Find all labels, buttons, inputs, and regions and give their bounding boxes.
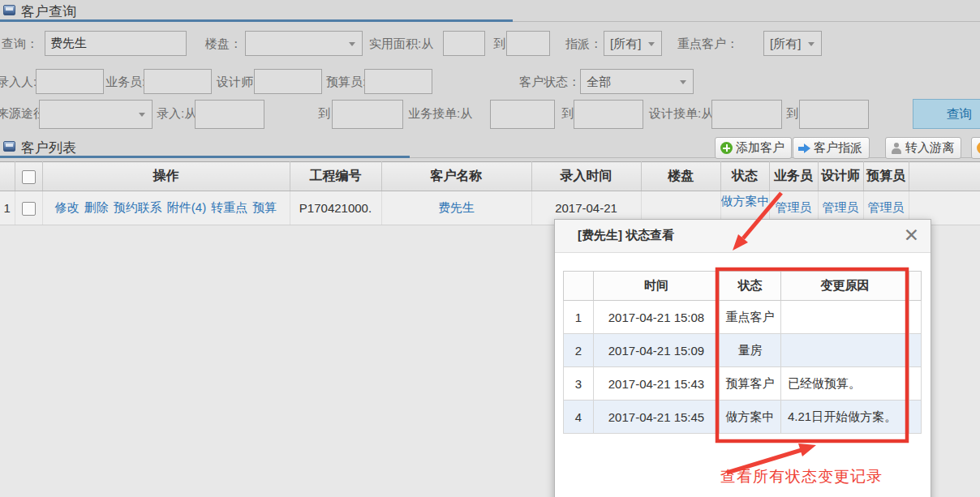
section-window-icon: [3, 5, 15, 15]
salesman-label: 业务员:: [105, 75, 145, 90]
col-actions: 操作: [42, 162, 290, 191]
chevron-down-icon: [808, 42, 815, 46]
status-history-table: 时间 状态 变更原因 1 2017-04-21 15:08 重点客户 2 201…: [563, 271, 922, 434]
chevron-down-icon: [680, 80, 686, 84]
key-customer-label: 重点客户：: [677, 36, 738, 52]
to-key-link[interactable]: 转重点: [211, 200, 247, 214]
select-all-checkbox[interactable]: [22, 170, 36, 184]
delete-link[interactable]: 删除: [84, 200, 109, 214]
page-title: 客户查询: [21, 2, 76, 21]
area-to-label: 到: [493, 36, 505, 52]
query-input[interactable]: [45, 31, 187, 56]
building-label: 楼盘：: [205, 36, 242, 52]
source-select[interactable]: [39, 100, 153, 129]
area-from-input[interactable]: [443, 31, 485, 56]
row-checkbox[interactable]: [22, 202, 36, 216]
design-order-to-label: 到: [786, 106, 798, 122]
title-underline: [0, 156, 410, 158]
entry-person-input[interactable]: [36, 69, 104, 94]
chevron-down-icon: [349, 42, 355, 46]
status-link[interactable]: 做方案中: [721, 194, 770, 208]
person-icon: [891, 143, 902, 154]
customer-status-select[interactable]: 全部: [580, 69, 694, 94]
status-row: 2 2017-04-21 15:09 量房: [564, 334, 922, 367]
col-customer-name: 客户名称: [381, 162, 531, 191]
entry-date-to-input[interactable]: [332, 100, 403, 129]
row-index-header: [0, 162, 15, 191]
col-salesman: 业务员: [769, 162, 818, 191]
col-filler: [909, 162, 980, 191]
designer-link[interactable]: 管理员: [823, 200, 859, 214]
status-row: 1 2017-04-21 15:08 重点客户: [564, 301, 922, 334]
customer-table: 操作 工程编号 客户名称 录入时间 楼盘 状态 业务员 设计师 预算员 1 修改…: [0, 161, 980, 225]
add-customer-button[interactable]: 添加客户: [715, 137, 792, 159]
partial-button[interactable]: [971, 137, 980, 159]
entry-date-from-input[interactable]: [195, 100, 264, 129]
estimator-link[interactable]: 管理员: [868, 200, 905, 214]
edit-link[interactable]: 修改: [55, 200, 80, 214]
estimator-input[interactable]: [364, 69, 432, 94]
customer-name-link[interactable]: 费先生: [438, 200, 475, 214]
modal-title: [费先生] 状态查看: [578, 228, 674, 243]
col-no: [564, 272, 594, 301]
chevron-down-icon: [648, 42, 655, 46]
building-select[interactable]: [245, 31, 363, 56]
design-order-to-input[interactable]: [799, 100, 869, 129]
assign-label: 指派：: [565, 36, 602, 52]
chevron-down-icon: [139, 113, 145, 117]
customer-query-page: 客户查询 查询： 楼盘： 实用面积:从 到 指派： [所有] 重点客户： [所有…: [0, 0, 980, 497]
appointment-link[interactable]: 预约联系: [114, 200, 162, 214]
to-free-button[interactable]: 转入游离: [885, 137, 961, 159]
row-actions: 修改删除预约联系附件(4)转重点预算: [42, 191, 290, 225]
design-order-label: 设计接单:从: [649, 106, 713, 122]
assign-select[interactable]: [所有]: [604, 31, 662, 56]
search-button[interactable]: 查询: [913, 99, 980, 129]
budget-link[interactable]: 预算: [252, 200, 277, 214]
orange-circle-icon: [977, 142, 980, 154]
project-no-cell: P170421000.: [290, 191, 381, 225]
col-time: 时间: [594, 272, 720, 301]
customer-status-label: 客户状态：: [519, 75, 580, 90]
design-order-from-input[interactable]: [711, 100, 782, 129]
key-customer-select[interactable]: [所有]: [763, 31, 822, 56]
title-underline: [0, 19, 513, 22]
sales-order-to-input[interactable]: [574, 100, 643, 129]
status-row: 4 2017-04-21 15:45 做方案中 4.21日开始做方案。: [564, 401, 922, 434]
sales-order-from-input[interactable]: [490, 100, 555, 129]
salesman-input[interactable]: [144, 69, 212, 94]
entry-date-to-label: 到: [318, 106, 330, 122]
designer-input[interactable]: [254, 69, 322, 94]
blue-arrow-icon: [798, 144, 810, 153]
col-building: 楼盘: [641, 162, 720, 191]
query-label: 查询：: [2, 36, 38, 52]
row-index: 1: [0, 191, 15, 225]
modal-header: [费先生] 状态查看 ✕: [555, 220, 931, 253]
col-status: 状态: [720, 162, 769, 191]
section-window-icon: [3, 141, 15, 152]
col-designer: 设计师: [818, 162, 863, 191]
col-reason: 变更原因: [781, 272, 909, 301]
entry-date-label: 录入:从: [157, 106, 196, 122]
list-title: 客户列表: [21, 139, 76, 157]
status-view-modal: [费先生] 状态查看 ✕ 时间 状态 变更原因 1 2017-04-21 15:…: [554, 219, 931, 497]
close-icon[interactable]: ✕: [904, 225, 919, 246]
designer-label: 设计师:: [217, 75, 256, 90]
col-estimator: 预算员: [863, 162, 909, 191]
entry-person-label: 录入人:: [0, 75, 37, 90]
col-project-no: 工程编号: [290, 162, 381, 191]
area-label: 实用面积:从: [369, 36, 433, 52]
status-row: 3 2017-04-21 15:43 预算客户 已经做预算。: [564, 367, 922, 401]
attachment-link[interactable]: 附件(4): [167, 200, 206, 214]
area-to-input[interactable]: [506, 31, 550, 56]
plus-circle-icon: [720, 142, 733, 154]
sales-order-label: 业务接单:从: [408, 106, 472, 122]
estimator-label: 预算员:: [326, 75, 366, 90]
assign-customer-button[interactable]: 客户指派: [793, 137, 870, 159]
salesman-link[interactable]: 管理员: [776, 200, 812, 214]
col-state: 状态: [720, 272, 781, 301]
select-all-header: [15, 162, 42, 191]
sales-order-to-label: 到: [561, 106, 574, 122]
col-entry-time: 录入时间: [531, 162, 641, 191]
